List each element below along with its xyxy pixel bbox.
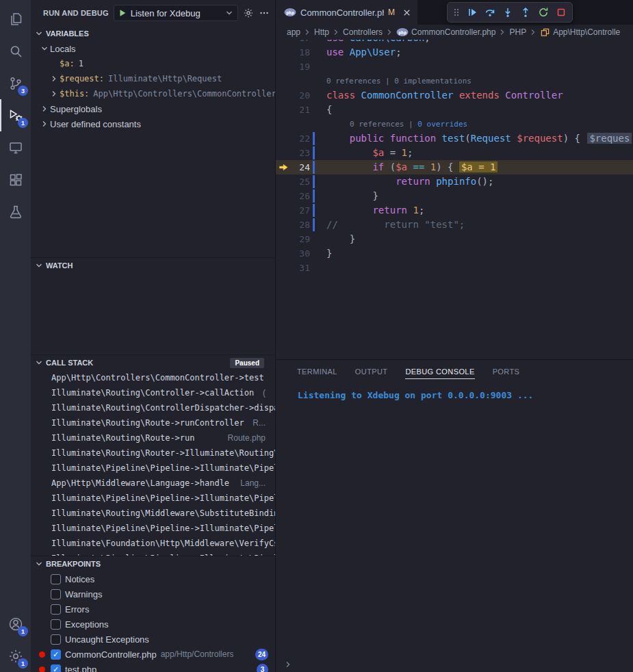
line-number[interactable]: 25 [291,175,310,189]
gutter-breakpoint-zone[interactable] [276,146,291,160]
breadcrumb-item-controllers[interactable]: Controllers [343,27,383,37]
call-stack-frame[interactable]: Illuminate\Routing\Router->Illuminate\Ro… [31,445,275,461]
gutter-breakpoint-zone[interactable] [276,175,291,189]
editor-tab-commoncontroller[interactable]: php CommonController.php M [276,0,418,25]
panel-tab-debug-console[interactable]: DEBUG CONSOLE [396,360,483,383]
code-editor[interactable]: 17use Carbon\Carbon;18use App\User;190 r… [276,40,633,359]
call-stack-frame[interactable]: Illuminate\Pipeline\Pipeline->Illuminate… [31,491,275,506]
debug-current-line-arrow[interactable] [276,160,291,175]
watch-section-header[interactable]: WATCH [31,258,275,273]
activity-item-search[interactable] [0,35,31,67]
gutter-breakpoint-zone[interactable] [276,246,291,261]
breadcrumb-item-app-http-controlle[interactable]: App\Http\Controlle [540,27,620,38]
breakpoint-warnings[interactable]: Warnings [31,586,275,602]
breakpoint-uncaught-exceptions[interactable]: Uncaught Exceptions [31,632,275,647]
launch-config-select[interactable]: Listen for Xdebug [114,5,238,21]
line-number[interactable]: 31 [291,261,310,275]
debug-toolbar-step-out[interactable] [517,4,534,21]
line-number[interactable]: 19 [291,60,310,74]
activity-item-settings-gear[interactable]: 1 [0,640,31,672]
gutter-breakpoint-zone[interactable] [276,218,291,232]
variable-a[interactable]: $a:1 [31,56,275,71]
gutter-breakpoint-zone[interactable] [276,88,291,103]
gutter-breakpoint-zone[interactable] [276,60,291,74]
line-number[interactable]: 22 [291,131,310,146]
activity-item-run-debug[interactable]: 1 [0,99,31,131]
call-stack-frame[interactable]: App\Http\Controllers\CommonController->t… [31,370,275,385]
gutter-breakpoint-zone[interactable] [276,261,291,275]
call-stack-frame[interactable]: Illuminate\Routing\Route->runRoute.php [31,430,275,445]
line-number[interactable]: 17 [291,40,310,45]
line-number[interactable]: 29 [291,232,310,246]
more-actions-icon[interactable] [259,8,270,18]
breakpoint-errors[interactable]: Errors [31,602,275,617]
variables-group-locals[interactable]: Locals [31,41,275,56]
breakpoint-checkbox[interactable] [51,604,61,615]
breadcrumb-item-php[interactable]: PHP [509,27,526,37]
activity-item-extensions[interactable] [0,164,31,196]
breakpoint-checkbox[interactable]: ✓ [51,664,61,672]
console-prompt-icon[interactable] [283,659,294,670]
variables-section-header[interactable]: VARIABLES [31,26,275,41]
debug-toolbar-continue[interactable] [464,4,480,21]
gutter-breakpoint-zone[interactable] [276,103,291,117]
call-stack-frame[interactable]: App\Http\Middleware\Language->handleLang… [31,476,275,491]
variables-group-user-defined-constants[interactable]: User defined constants [31,116,275,131]
call-stack-frame[interactable]: Illuminate\Routing\ControllerDispatcher-… [31,400,275,415]
line-number[interactable]: 23 [291,146,310,160]
activity-item-files[interactable] [0,3,31,35]
codelens-link[interactable]: 0 overrides [417,120,467,129]
variable-this[interactable]: $this:App\Http\Controllers\CommonControl… [31,86,275,101]
gutter-breakpoint-zone[interactable] [276,232,291,246]
call-stack-section-header[interactable]: CALL STACK Paused [31,355,275,370]
start-debugging-icon[interactable] [118,8,127,18]
activity-item-remote-explorer[interactable] [0,131,31,164]
line-number[interactable]: 27 [291,203,310,218]
call-stack-frame[interactable]: Illuminate\Routing\Controller->callActio… [31,385,275,400]
breakpoint-notices[interactable]: Notices [31,571,275,586]
breakpoint-checkbox[interactable] [51,634,61,645]
line-number[interactable]: 24 [291,160,310,175]
gear-icon[interactable] [243,8,254,18]
call-stack-frame[interactable]: Illuminate\Foundation\Http\Middleware\Ve… [31,536,275,551]
gutter-breakpoint-zone[interactable] [276,45,291,60]
variables-group-superglobals[interactable]: Superglobals [31,101,275,116]
breakpoints-section-header[interactable]: BREAKPOINTS [31,556,275,571]
debug-toolbar-step-into[interactable] [500,4,516,21]
debug-toolbar-gripper[interactable] [450,4,463,21]
breadcrumb-item-http[interactable]: Http [314,27,329,37]
close-icon[interactable] [402,8,412,18]
call-stack-frame[interactable]: Illuminate\Pipeline\Pipeline->Illuminate… [31,551,275,556]
line-number[interactable]: 26 [291,189,310,203]
call-stack-frame[interactable]: Illuminate\Routing\Middleware\Substitute… [31,506,275,521]
gutter-breakpoint-zone[interactable] [276,40,291,45]
breakpoint-checkbox[interactable] [51,589,61,599]
gutter-breakpoint-zone[interactable] [276,131,291,146]
breakpoint-checkbox[interactable] [51,574,61,584]
line-number[interactable]: 21 [291,103,310,117]
breadcrumb-item-commoncontroller-php[interactable]: phpCommonController.php [396,27,495,37]
activity-item-account[interactable]: 1 [0,608,31,640]
breakpoint-checkbox[interactable]: ✓ [51,649,61,660]
call-stack-frame[interactable]: Illuminate\Pipeline\Pipeline->Illuminate… [31,461,275,476]
line-number[interactable]: 30 [291,246,310,261]
line-number[interactable]: 20 [291,88,310,103]
breakpoint-commoncontroller-php[interactable]: ✓CommonController.phpapp/Http/Controller… [31,647,275,662]
breakpoint-exceptions[interactable]: Exceptions [31,617,275,632]
breakpoint-checkbox[interactable] [51,619,61,630]
panel-tab-output[interactable]: OUTPUT [346,360,397,383]
debug-toolbar-stop[interactable] [553,4,569,21]
line-number[interactable]: 28 [291,218,310,232]
call-stack-frame[interactable]: Illuminate\Pipeline\Pipeline->Illuminate… [31,521,275,536]
panel-tab-terminal[interactable]: TERMINAL [288,360,346,383]
panel-tab-ports[interactable]: PORTS [484,360,529,383]
activity-item-source-control[interactable]: 3 [0,67,31,99]
line-number[interactable]: 18 [291,45,310,60]
debug-toolbar-step-over[interactable] [482,4,498,21]
call-stack-frame[interactable]: Illuminate\Routing\Route->runControllerR… [31,415,275,430]
activity-item-testing[interactable] [0,196,31,228]
debug-toolbar-restart[interactable] [535,4,552,21]
breakpoint-test-php[interactable]: ✓test.php3 [31,662,275,672]
gutter-breakpoint-zone[interactable] [276,203,291,218]
gutter-breakpoint-zone[interactable] [276,189,291,203]
